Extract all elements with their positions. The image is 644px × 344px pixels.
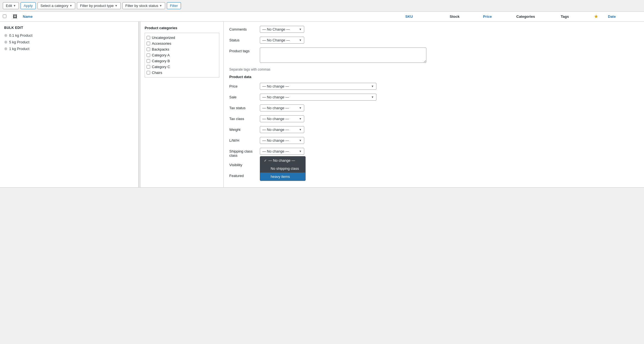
starred-column-header: ★ [594,14,608,19]
category-a[interactable]: Category A [147,52,217,58]
featured-label: Featured [229,172,257,178]
comments-control: — No Change — ▼ [260,26,638,33]
status-chevron-icon: ▼ [299,39,302,42]
visibility-control: — No change — ▼ [260,161,638,168]
shipping-class-label-2: class [229,153,238,158]
shipping-class-label: Shipping class class [229,148,257,158]
sale-row: Sale — No change — ▼ [229,94,638,101]
list-item: ⊗ 5 kg Product [4,40,134,44]
category-b[interactable]: Category B [147,58,217,64]
date-column-header[interactable]: Date [608,14,641,19]
toolbar: Edit ▼ Apply Select a category ▼ Filter … [0,0,644,12]
apply-button[interactable]: Apply [21,2,36,9]
shipping-option-heavy-items[interactable]: heavy items [260,173,305,181]
lwh-chevron-icon: ▼ [299,139,302,142]
bulk-edit-left: BULK EDIT ⊗ 0.1 kg Product ⊗ 5 kg Produc… [0,22,139,187]
sale-chevron-icon: ▼ [371,96,374,99]
price-dropdown[interactable]: — No change — ▼ [260,83,376,90]
product-1-name: 5 kg Product [9,40,29,44]
product-0-name: 0.1 kg Product [9,33,32,38]
categories-list: Uncategorized Accessories Backpacks Cate… [145,33,219,78]
tax-class-chevron-icon: ▼ [299,117,302,120]
product-type-select[interactable]: Filter by product type ▼ [77,2,120,9]
status-dropdown[interactable]: — No Change — ▼ [260,37,304,44]
remove-product-1-icon[interactable]: ⊗ [4,40,7,44]
tax-class-control: — No change — ▼ [260,115,638,122]
category-chevron-icon: ▼ [69,4,72,7]
sale-label: Sale [229,94,257,99]
table-header: 🖼 Name SKU Stock Price Categories Tags ★… [0,12,644,22]
checkmark-icon: ✓ [264,159,267,163]
remove-product-0-icon[interactable]: ⊗ [4,33,7,38]
product-tags-row: Product tags [229,48,638,64]
tags-hint: Separate tags with commas [229,68,638,71]
categories-column-header: Categories [516,14,561,19]
visibility-label: Visibility [229,161,257,167]
tax-status-dropdown[interactable]: — No change — ▼ [260,104,304,111]
featured-control: — No change — ▼ [260,172,638,179]
bulk-edit-panel: BULK EDIT ⊗ 0.1 kg Product ⊗ 5 kg Produc… [0,22,644,188]
list-item: ⊗ 0.1 kg Product [4,33,134,38]
shipping-class-control: — No change — ▼ ✓ — No change — No shipp… [260,148,638,155]
tax-class-dropdown[interactable]: — No change — ▼ [260,115,304,122]
stock-column-header: Stock [450,14,483,19]
table-container: 🖼 Name SKU Stock Price Categories Tags ★… [0,12,644,188]
select-all-checkbox[interactable] [3,14,13,19]
stock-status-chevron-icon: ▼ [159,4,162,7]
product-tags-input[interactable] [260,48,426,63]
shipping-option-no-class[interactable]: No shipping class [260,164,305,173]
status-label: Status [229,37,257,42]
weight-label: Weight [229,126,257,132]
name-column-header[interactable]: Name [23,14,405,19]
sku-column-header[interactable]: SKU [405,14,450,19]
category-c-checkbox[interactable] [147,65,150,69]
remove-product-2-icon[interactable]: ⊗ [4,46,7,51]
tax-status-chevron-icon: ▼ [299,106,302,109]
lwh-label: L/W/H [229,137,257,143]
comments-dropdown[interactable]: — No Change — ▼ [260,26,304,33]
lwh-dropdown[interactable]: — No change — ▼ [260,137,304,144]
weight-chevron-icon: ▼ [299,128,302,131]
category-chairs[interactable]: Chairs [147,70,217,76]
category-accessories[interactable]: Accessories [147,41,217,46]
action-chevron-icon: ▼ [13,4,16,7]
tax-status-control: — No change — ▼ [260,104,638,111]
weight-dropdown[interactable]: — No change — ▼ [260,126,304,133]
stock-status-select[interactable]: Filter by stock status ▼ [122,2,165,9]
category-b-checkbox[interactable] [147,59,150,63]
lwh-control: — No change — ▼ [260,137,638,144]
tax-class-label: Tax class [229,115,257,121]
price-control: — No change — ▼ [260,83,638,90]
tags-column-header: Tags [561,14,594,19]
price-row: Price — No change — ▼ [229,83,638,90]
category-accessories-checkbox[interactable] [147,42,150,45]
shipping-class-chevron-icon: ▼ [299,150,302,153]
tax-status-label: Tax status [229,104,257,110]
product-data-title: Product data [229,75,638,79]
category-select[interactable]: Select a category ▼ [37,2,75,9]
category-uncategorized[interactable]: Uncategorized [147,35,217,41]
tax-class-row: Tax class — No change — ▼ [229,115,638,122]
product-tags-label: Product tags [229,48,257,53]
category-a-checkbox[interactable] [147,53,150,57]
product-2-name: 1 kg Product [9,47,29,51]
weight-row: Weight — No change — ▼ [229,126,638,133]
bulk-edit-right: Comments — No Change — ▼ Status — No Cha… [224,22,644,187]
action-select[interactable]: Edit ▼ [3,2,19,9]
bulk-edit-title: BULK EDIT [4,26,134,30]
filter-button[interactable]: Filter [167,2,181,9]
categories-title: Product categories [145,26,219,30]
product-type-chevron-icon: ▼ [115,4,118,7]
category-chairs-checkbox[interactable] [147,71,150,74]
sale-dropdown[interactable]: — No change — ▼ [260,94,376,101]
category-backpacks[interactable]: Backpacks [147,46,217,52]
sale-control: — No change — ▼ [260,94,638,101]
shipping-class-dropdown[interactable]: — No change — ▼ [260,148,304,155]
price-column-header[interactable]: Price [483,14,516,19]
tax-status-row: Tax status — No change — ▼ [229,104,638,111]
status-control: — No Change — ▼ [260,37,638,44]
shipping-option-no-change[interactable]: ✓ — No change — [260,156,305,164]
category-uncategorized-checkbox[interactable] [147,36,150,39]
category-backpacks-checkbox[interactable] [147,48,150,51]
category-c[interactable]: Category C [147,64,217,70]
